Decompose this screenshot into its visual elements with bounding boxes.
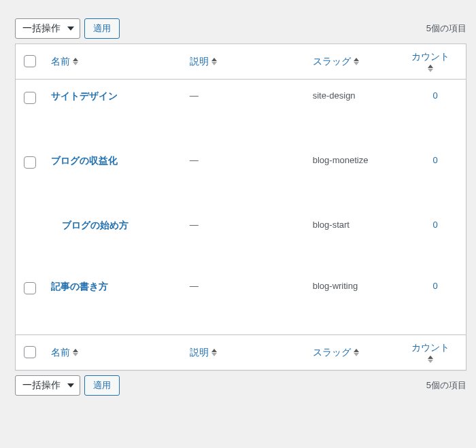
table-row: ブログの始め方—blog-start0 — [16, 209, 466, 270]
col-slug-header[interactable]: スラッグ — [306, 44, 405, 80]
row-name-cell: 記事の書き方 — [44, 270, 183, 334]
row-checkbox[interactable] — [24, 156, 36, 169]
row-count-link[interactable]: 0 — [433, 155, 438, 165]
bulk-action-select-bottom[interactable]: 一括操作 — [15, 375, 80, 396]
select-all-top[interactable] — [24, 55, 36, 67]
row-count-link[interactable]: 0 — [433, 90, 438, 101]
bulk-actions-bottom: 一括操作 適用 — [15, 375, 120, 396]
row-count-cell: 0 — [405, 270, 466, 334]
row-slug: site-design — [306, 80, 405, 144]
table-row: 記事の書き方—blog-writing0 — [16, 270, 466, 334]
tablenav-bottom: 一括操作 適用 5個の項目 — [15, 371, 466, 400]
col-count-label: カウント — [411, 51, 449, 63]
row-count-link[interactable]: 0 — [433, 281, 438, 291]
row-name-cell: ブログの始め方 — [44, 209, 183, 270]
col-name-label: 名前 — [51, 347, 70, 359]
row-checkbox-cell — [16, 80, 44, 144]
row-description: — — [183, 144, 306, 209]
col-count-label: カウント — [411, 342, 449, 354]
row-description: — — [183, 209, 306, 270]
col-checkbox — [16, 44, 44, 80]
row-slug: blog-start — [306, 209, 405, 270]
row-checkbox-cell — [16, 209, 44, 270]
col-description-label: 説明 — [190, 347, 209, 359]
col-count-header[interactable]: カウント — [405, 44, 466, 80]
col-slug-footer[interactable]: スラッグ — [306, 334, 405, 370]
row-slug: blog-writing — [306, 270, 405, 334]
row-checkbox[interactable] — [24, 92, 36, 104]
tablenav-top: 一括操作 適用 5個の項目 — [15, 14, 466, 44]
row-checkbox-cell — [16, 144, 44, 209]
row-count-link[interactable]: 0 — [433, 220, 438, 230]
sort-icon — [354, 349, 359, 356]
col-name-header[interactable]: 名前 — [44, 44, 183, 80]
bulk-action-select[interactable]: 一括操作 — [15, 18, 80, 39]
item-count-top: 5個の項目 — [426, 22, 466, 35]
select-all-bottom[interactable] — [24, 346, 36, 358]
row-title-link[interactable]: サイトデザイン — [51, 90, 118, 101]
apply-button[interactable]: 適用 — [84, 18, 120, 39]
bulk-actions: 一括操作 適用 — [15, 18, 120, 39]
table-row: ブログの収益化—blog-monetize0 — [16, 144, 466, 209]
row-count-cell: 0 — [405, 80, 466, 144]
sort-icon — [428, 65, 433, 72]
col-name-label: 名前 — [51, 56, 70, 68]
row-title-link[interactable]: ブログの始め方 — [62, 220, 129, 230]
sort-icon — [73, 349, 78, 356]
row-count-cell: 0 — [405, 209, 466, 270]
sort-icon — [211, 349, 217, 356]
col-description-label: 説明 — [190, 56, 209, 68]
apply-button-bottom[interactable]: 適用 — [84, 375, 120, 396]
row-title-link[interactable]: 記事の書き方 — [51, 281, 108, 292]
col-name-footer[interactable]: 名前 — [44, 334, 183, 370]
row-checkbox[interactable] — [24, 282, 36, 294]
row-name-cell: サイトデザイン — [44, 80, 183, 144]
table-row: サイトデザイン—site-design0 — [16, 80, 466, 144]
table-body: サイトデザイン—site-design0ブログの収益化—blog-monetiz… — [16, 80, 466, 334]
col-slug-label: スラッグ — [313, 347, 351, 359]
terms-table: 名前 説明 スラッグ カウント — [15, 44, 466, 371]
col-slug-label: スラッグ — [313, 56, 351, 68]
sort-icon — [211, 58, 217, 65]
col-checkbox — [16, 334, 44, 370]
row-title-link[interactable]: ブログの収益化 — [51, 155, 118, 166]
sort-icon — [354, 58, 359, 65]
sort-icon — [73, 58, 78, 65]
row-checkbox-cell — [16, 270, 44, 334]
row-slug: blog-monetize — [306, 144, 405, 209]
row-name-cell: ブログの収益化 — [44, 144, 183, 209]
item-count-bottom: 5個の項目 — [426, 379, 466, 392]
col-count-footer[interactable]: カウント — [405, 334, 466, 370]
col-description-header[interactable]: 説明 — [183, 44, 306, 80]
row-description: — — [183, 80, 306, 144]
row-description: — — [183, 270, 306, 334]
col-description-footer[interactable]: 説明 — [183, 334, 306, 370]
row-count-cell: 0 — [405, 144, 466, 209]
sort-icon — [428, 356, 433, 363]
